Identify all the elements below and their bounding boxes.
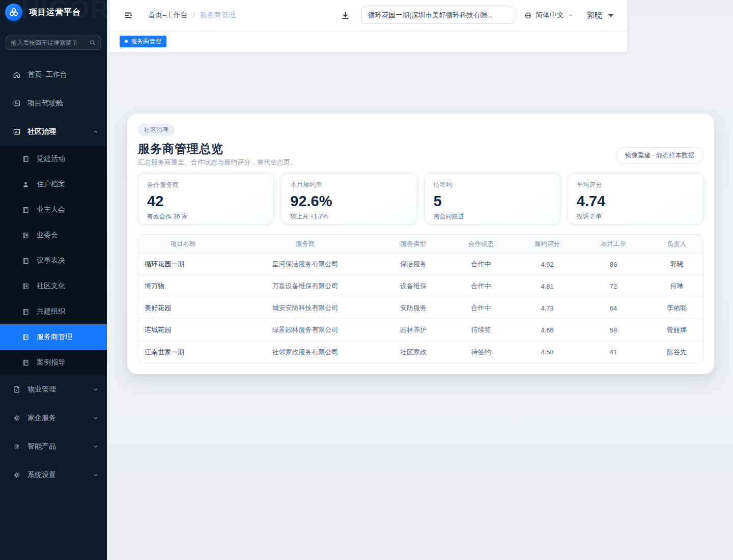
cell-provider: 万嘉设备维保有限公司 [228, 282, 383, 291]
breadcrumb: 首页–工作台 / 服务商管理 [148, 11, 236, 20]
sidebar: HIGORE 项目运营平台 首页–工作台 项目驾驶舱 社区治理 [0, 0, 107, 560]
cell-owner: 郭晓 [651, 260, 703, 269]
doc-icon [22, 257, 30, 265]
cell-status: 合作中 [444, 260, 518, 269]
file-heart-icon [13, 385, 21, 394]
sidebar-item-home[interactable]: 首页–工作台 [0, 65, 107, 85]
overview-card: 社区治理 服务商管理总览 汇总服务商覆盖、合作状态与履约评分，替代空态页。 镜像… [127, 114, 714, 374]
table-row: 美好花园 城安安防科技有限公司 安防服务 合作中 4.73 64 李佑聪 [138, 297, 703, 319]
table-header-cell: 本月工单 [576, 240, 651, 248]
sidebar-group-item[interactable]: 智能产品 [0, 436, 107, 457]
chevron-down-icon [93, 443, 99, 450]
sidebar-item-label: 首页–工作台 [27, 70, 67, 79]
cell-owner: 何琳 [651, 282, 703, 291]
stat-value: 92.6% [290, 193, 408, 209]
tab-label: 服务商管理 [131, 37, 161, 46]
stat-value: 42 [147, 193, 265, 209]
stat-foot: 较上月 +1.7% [290, 212, 408, 221]
cell-service-type: 设备维保 [383, 282, 444, 291]
sidebar-group-community[interactable]: 社区治理 [0, 122, 107, 142]
sidebar-subitem[interactable]: 服务商管理 [0, 324, 107, 350]
cell-tickets: 86 [576, 261, 651, 268]
cell-score: 4.81 [518, 283, 576, 290]
tab-active-dot [125, 40, 128, 43]
stat-foot: 有效合作 36 家 [147, 212, 265, 221]
sidebar-subitem[interactable]: 议事表决 [0, 248, 107, 273]
cell-project-name: 连城花园 [138, 325, 228, 334]
stat-card: 平均评分 4.74 投诉 2 单 [568, 173, 703, 225]
doc-icon [22, 283, 30, 290]
cell-tickets: 72 [576, 283, 651, 290]
community-icon [13, 128, 21, 136]
sidebar-subitem[interactable]: 案例指导 [0, 350, 107, 375]
cell-service-type: 社区家政 [383, 348, 444, 357]
sidebar-search[interactable] [6, 36, 101, 50]
stat-label: 合作服务商 [147, 181, 265, 189]
cell-project-name: 循环花园一期 [138, 260, 228, 269]
sidebar-subitem[interactable]: 党建活动 [0, 146, 107, 172]
gear-icon [13, 414, 21, 422]
doc-icon [22, 308, 30, 316]
doc-icon [22, 333, 30, 341]
category-badge: 社区治理 [138, 124, 175, 136]
sidebar-item-label: 家企服务 [27, 413, 56, 423]
stat-foot: 投诉 2 单 [577, 212, 694, 221]
stat-value: 5 [434, 193, 551, 209]
sidebar-group-item[interactable]: 物业管理 [0, 379, 107, 400]
sidebar-subitem[interactable]: 业委会 [0, 222, 107, 248]
sidebar-subitem[interactable]: 社区文化 [0, 273, 107, 299]
stat-label: 本月履约率 [290, 181, 408, 189]
app-title: 项目运营平台 [29, 7, 81, 18]
cell-project-name: 美好花园 [138, 303, 228, 313]
cell-status: 合作中 [444, 303, 518, 313]
cell-service-type: 保洁服务 [383, 260, 444, 269]
cell-status: 待续签 [444, 325, 518, 334]
gear-icon [13, 471, 21, 479]
sidebar-subitem[interactable]: 业主大会 [0, 197, 107, 222]
table-row: 连城花园 绿景园林服务有限公司 园林养护 待续签 4.66 58 曾丽娜 [138, 319, 703, 341]
cell-status: 合作中 [444, 282, 518, 291]
cell-score: 4.73 [518, 304, 576, 312]
sidebar-group-item[interactable]: 系统设置 [0, 465, 107, 485]
stat-card: 合作服务商 42 有效合作 36 家 [138, 173, 274, 225]
doc-icon [22, 155, 30, 163]
cell-provider: 绿景园林服务有限公司 [228, 325, 383, 334]
cell-score: 4.58 [518, 348, 576, 356]
doc-icon [22, 232, 30, 239]
sidebar-item-label: 智能产品 [27, 442, 56, 451]
cell-provider: 城安安防科技有限公司 [228, 303, 383, 313]
chevron-down-icon [93, 415, 99, 421]
sidebar-group-item[interactable]: 家企服务 [0, 408, 107, 428]
cell-provider: 社邻家政服务有限公司 [228, 348, 383, 357]
mirror-rebuild-button[interactable]: 镜像重建 · 静态样本数据 [616, 147, 703, 164]
project-select[interactable]: 循环花园一期(深圳市美好循环科技有限... [361, 7, 514, 24]
table-row: 江南世家一期 社邻家政服务有限公司 社区家政 待签约 4.58 41 陈谷先 [138, 341, 703, 363]
download-icon[interactable] [341, 11, 350, 20]
sidebar-subitem-label: 社区文化 [37, 282, 65, 291]
sidebar-subitem-label: 案例指导 [37, 358, 65, 367]
sidebar-subitem[interactable]: 住户档案 [0, 172, 107, 197]
menu-fold-icon[interactable] [124, 11, 133, 20]
sidebar-item-project-cockpit[interactable]: 项目驾驶舱 [0, 93, 107, 114]
breadcrumb-item[interactable]: 首页–工作台 [148, 11, 188, 20]
user-name: 郭晓 [587, 11, 602, 20]
cell-tickets: 64 [576, 304, 651, 312]
tab-bar: 服务商管理 [109, 31, 627, 52]
doc-icon [22, 206, 30, 214]
user-icon [22, 181, 30, 188]
language-switcher[interactable]: 简体中文 [524, 11, 574, 20]
chevron-up-icon [93, 129, 99, 135]
sidebar-item-label: 项目驾驶舱 [27, 99, 63, 108]
menu-search-input[interactable] [11, 39, 86, 46]
stat-value: 4.74 [577, 193, 694, 209]
cell-tickets: 41 [576, 348, 651, 356]
table-row: 循环花园一期 星河保洁服务有限公司 保洁服务 合作中 4.92 86 郭晓 [138, 254, 703, 275]
doc-icon [22, 359, 30, 367]
table-header-cell: 服务商 [228, 240, 383, 248]
sidebar-subitem-label: 党建活动 [37, 154, 65, 163]
table-header-cell: 负责人 [651, 240, 703, 248]
tab-service-provider[interactable]: 服务商管理 [120, 36, 166, 47]
sidebar-subitem[interactable]: 共建组织 [0, 299, 107, 324]
user-menu[interactable]: 郭晓 [587, 11, 614, 20]
cell-tickets: 58 [576, 326, 651, 334]
